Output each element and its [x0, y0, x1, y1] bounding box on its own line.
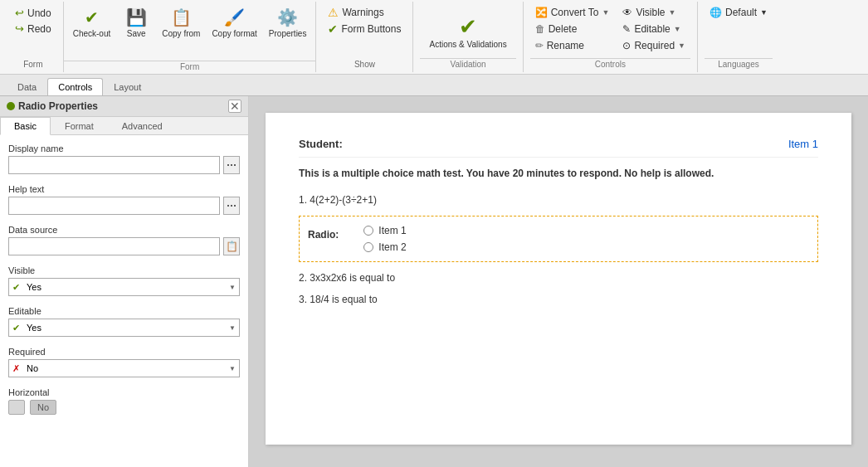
question-2: 2. 3x3x2x6 is equal to [299, 272, 818, 284]
help-text-row: ⋯ [8, 197, 240, 215]
data-source-label: Data source [8, 225, 240, 235]
required-select[interactable]: No Yes [23, 361, 236, 376]
copyfrom-icon: 📋 [171, 7, 192, 27]
redo-label: Redo [27, 23, 51, 35]
sidebar-title-text: Radio Properties [18, 100, 98, 112]
undo-button[interactable]: ↩ Undo [10, 5, 56, 21]
actions-icon: ✔ [459, 14, 477, 40]
actions-label: Actions & Validations [429, 40, 506, 49]
prop-tab-advanced[interactable]: Advanced [108, 117, 177, 134]
save-button[interactable]: 💾 Save [116, 5, 156, 41]
delete-label: Delete [549, 23, 578, 35]
visible-button[interactable]: 👁 Visible ▼ [617, 5, 690, 20]
help-text-label: Help text [8, 184, 240, 194]
default-language-button[interactable]: 🌐 Default ▼ [705, 5, 773, 20]
properties-icon: ⚙️ [277, 7, 298, 27]
tab-layout[interactable]: Layout [103, 78, 152, 95]
required-select-wrapper: ✗ No Yes [8, 359, 240, 377]
controls-group: 🔀 Convert To ▼ 🗑 Delete ✏ Rename 👁 Visib… [524, 2, 698, 72]
delete-icon: 🗑 [535, 23, 545, 35]
tab-controls[interactable]: Controls [47, 78, 103, 95]
required-dropdown-icon: ▼ [678, 41, 685, 50]
required-icon: ⊙ [622, 40, 631, 51]
horizontal-no-button[interactable]: No [30, 400, 56, 415]
help-text-input[interactable] [8, 197, 220, 215]
show-group: ⚠ Warnings ✔ Form Buttons Show [316, 2, 413, 72]
prop-tab-format[interactable]: Format [51, 117, 108, 134]
radio-circle-1[interactable] [363, 226, 373, 236]
help-text-field: Help text ⋯ [8, 184, 240, 215]
visible-label: Visible [636, 7, 665, 18]
globe-icon: 🌐 [710, 7, 722, 18]
copyformat-label: Copy format [212, 29, 256, 38]
prop-content: Display name ⋯ Help text ⋯ Data source [0, 135, 248, 467]
required-button[interactable]: ⊙ Required ▼ [617, 38, 690, 53]
student-label: Student: [299, 138, 343, 150]
redo-button[interactable]: ↪ Redo [10, 21, 56, 36]
editable-field: Editable ✔ Yes No [8, 306, 240, 337]
copyfrom-button[interactable]: 📋 Copy from [156, 5, 206, 41]
form-buttons-button[interactable]: ✔ Form Buttons [323, 22, 406, 36]
data-source-picker-button[interactable]: 📋 [223, 237, 240, 255]
undo-redo-group: ↩ Undo ↪ Redo Form [3, 2, 64, 72]
copyformat-button[interactable]: 🖌️ Copy format [206, 5, 262, 41]
editable-field-label: Editable [8, 306, 240, 316]
default-label: Default [725, 7, 757, 18]
rename-icon: ✏ [535, 40, 544, 51]
warnings-button[interactable]: ⚠ Warnings [323, 5, 406, 20]
languages-ribbon-label: Languages [705, 58, 773, 69]
question-1: 1. 4(2+2)-(3÷2+1) [299, 194, 818, 206]
language-dropdown-icon: ▼ [760, 8, 768, 17]
validation-ribbon-label: Validation [420, 58, 515, 69]
radio-option-2: Item 2 [363, 241, 809, 253]
editable-check-icon: ✔ [12, 323, 20, 333]
save-label: Save [127, 29, 146, 38]
required-field: Required ✗ No Yes [8, 347, 240, 377]
student-value: Item 1 [788, 138, 818, 150]
form-description: This is a multiple choice math test. You… [299, 166, 818, 181]
student-row: Student: Item 1 [299, 138, 818, 158]
radio-label: Radio: [308, 225, 339, 245]
delete-button[interactable]: 🗑 Delete [530, 22, 615, 36]
properties-button[interactable]: ⚙️ Properties [263, 5, 313, 41]
horizontal-label: Horizontal [8, 387, 240, 397]
display-name-input[interactable] [8, 156, 220, 174]
visible-select-row: ✔ Yes No [8, 278, 240, 296]
show-group-label: Show [354, 58, 375, 69]
question-3: 3. 18/4 is equal to [299, 294, 818, 305]
radio-item2-label: Item 2 [378, 241, 406, 253]
convert-label: Convert To [551, 7, 599, 18]
copyformat-icon: 🖌️ [224, 7, 245, 27]
form-ribbon-label: Form [64, 61, 316, 72]
redo-icon: ↪ [15, 22, 24, 35]
horizontal-toggle-off[interactable] [8, 400, 25, 415]
convert-icon: 🔀 [535, 7, 548, 18]
visible-field: Visible ✔ Yes No [8, 265, 240, 296]
editable-select[interactable]: Yes No [23, 320, 236, 335]
convert-to-button[interactable]: 🔀 Convert To ▼ [530, 5, 615, 20]
help-text-expand-button[interactable]: ⋯ [223, 197, 240, 215]
editable-button[interactable]: ✎ Editable ▼ [617, 22, 690, 36]
close-sidebar-button[interactable]: ✕ [228, 100, 241, 113]
visible-select[interactable]: Yes No [23, 280, 236, 294]
radio-item1-label: Item 1 [378, 225, 406, 236]
display-name-label: Display name [8, 144, 240, 153]
data-source-input[interactable] [8, 237, 220, 255]
controls-ribbon-label: Controls [530, 58, 690, 69]
display-name-field: Display name ⋯ [8, 144, 240, 174]
convert-dropdown-icon: ▼ [602, 8, 609, 17]
checkout-button[interactable]: ✔ Check-out [67, 5, 117, 41]
undo-icon: ↩ [15, 7, 24, 19]
actions-validations-button[interactable]: ✔ Actions & Validations [420, 10, 515, 53]
tab-data[interactable]: Data [7, 78, 47, 95]
visible-icon: 👁 [622, 7, 632, 18]
horizontal-field: Horizontal No [8, 387, 240, 415]
form-buttons-label: Form Buttons [341, 23, 401, 35]
form-buttons-icon: ✔ [328, 22, 338, 36]
radio-options: Item 1 Item 2 [363, 225, 809, 253]
rename-button[interactable]: ✏ Rename [530, 38, 615, 53]
display-name-expand-button[interactable]: ⋯ [223, 156, 240, 174]
form-desc-text: This is a multiple choice math test. You… [299, 168, 714, 179]
radio-circle-2[interactable] [363, 242, 373, 252]
prop-tab-basic[interactable]: Basic [0, 117, 51, 135]
